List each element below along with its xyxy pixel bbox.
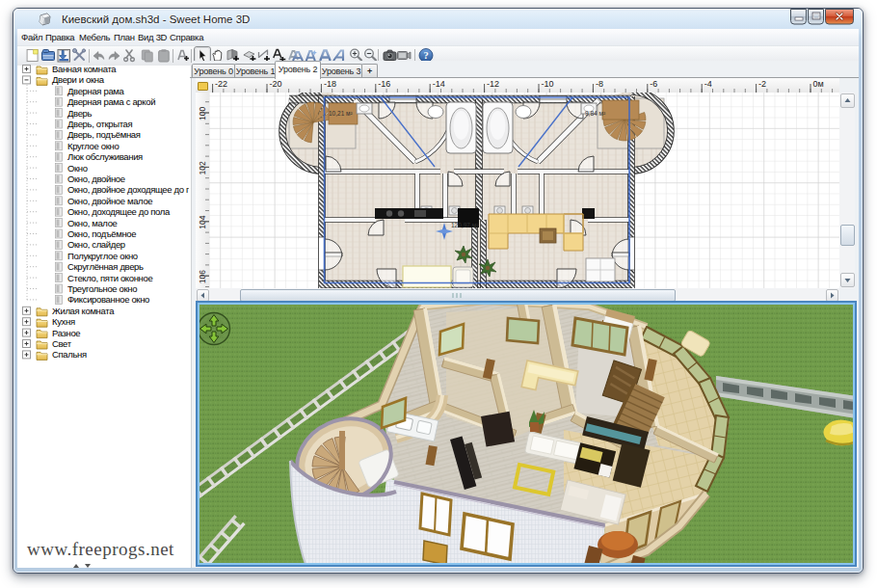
svg-text:Свет: Свет [52, 338, 72, 349]
svg-text:Дверная рама с аркой: Дверная рама с аркой [67, 96, 155, 107]
svg-text:-8: -8 [596, 79, 603, 89]
svg-text:Дверная рама: Дверная рама [67, 86, 125, 96]
svg-text:Полукруглое окно: Полукруглое окно [67, 251, 138, 261]
svg-text:-22: -22 [215, 79, 227, 89]
svg-text:Окно: Окно [67, 163, 88, 174]
svg-text:Фиксированное окно: Фиксированное окно [67, 294, 149, 305]
svg-text:Дверь, открытая: Дверь, открытая [67, 119, 132, 129]
svg-text:106: 106 [198, 270, 207, 283]
svg-text:Скруглённая дверь: Скруглённая дверь [67, 261, 144, 272]
svg-text:Круглое окно: Круглое окно [67, 141, 119, 151]
svg-text:120,97 м²: 120,97 м² [451, 222, 479, 228]
svg-text:0м: 0м [813, 79, 824, 89]
svg-text:-2: -2 [758, 79, 766, 89]
svg-text:Дверь: Дверь [67, 108, 93, 119]
svg-text:Окно, доходящее до пола: Окно, доходящее до пола [67, 206, 171, 217]
svg-text:100: 100 [198, 107, 207, 120]
svg-text:Окно, малое: Окно, малое [67, 218, 118, 228]
svg-text:?: ? [423, 50, 428, 61]
svg-text:-12: -12 [487, 79, 499, 89]
svg-text:Стекло, пяти оконное: Стекло, пяти оконное [67, 273, 152, 283]
svg-text:Двери и окна: Двери и окна [52, 74, 105, 85]
svg-text:Треугольное окно: Треугольное окно [67, 283, 137, 294]
svg-text:-6: -6 [650, 79, 657, 89]
svg-text:Окно, двойное малое: Окно, двойное малое [67, 196, 152, 206]
svg-text:Люк обслуживания: Люк обслуживания [67, 151, 143, 162]
svg-text:-20: -20 [270, 79, 282, 89]
svg-text:9,84 м²: 9,84 м² [585, 110, 606, 117]
svg-text:-16: -16 [378, 79, 390, 89]
svg-text:10,21 м²: 10,21 м² [329, 110, 354, 117]
svg-text:-10: -10 [542, 79, 554, 89]
svg-text:104: 104 [198, 215, 207, 228]
svg-text:Разное: Разное [52, 328, 80, 338]
svg-text:Окно, двойное: Окно, двойное [67, 174, 125, 184]
svg-text:-4: -4 [704, 79, 712, 89]
svg-text:Окно, двойное доходящее до пол: Окно, двойное доходящее до пола [67, 184, 189, 195]
svg-text:-14: -14 [433, 79, 445, 89]
svg-text:Окно, слайдер: Окно, слайдер [67, 239, 125, 250]
svg-text:Дверь, подъёмная: Дверь, подъёмная [67, 129, 141, 140]
svg-text:-18: -18 [324, 79, 336, 89]
svg-text:Окно, подъёмное: Окно, подъёмное [67, 228, 136, 239]
svg-text:Ванная комната: Ванная комната [52, 64, 117, 74]
svg-text:Жилая комната: Жилая комната [52, 306, 115, 316]
svg-text:102: 102 [198, 161, 207, 174]
svg-text:Спальня: Спальня [52, 349, 87, 360]
svg-text:Кухня: Кухня [52, 316, 75, 327]
